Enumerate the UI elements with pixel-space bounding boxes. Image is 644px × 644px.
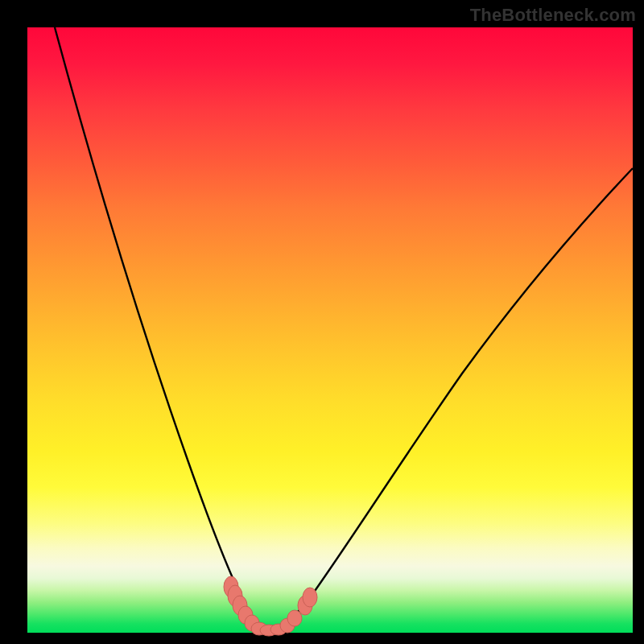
chart-frame: TheBottleneck.com — [0, 0, 644, 644]
marker-dot — [303, 588, 317, 607]
chart-svg — [27, 27, 633, 633]
plot-area — [27, 27, 633, 633]
right-curve — [270, 168, 633, 631]
left-curve — [55, 27, 270, 631]
marker-cluster — [224, 576, 317, 636]
marker-dot — [287, 610, 302, 626]
watermark-text: TheBottleneck.com — [470, 5, 636, 26]
